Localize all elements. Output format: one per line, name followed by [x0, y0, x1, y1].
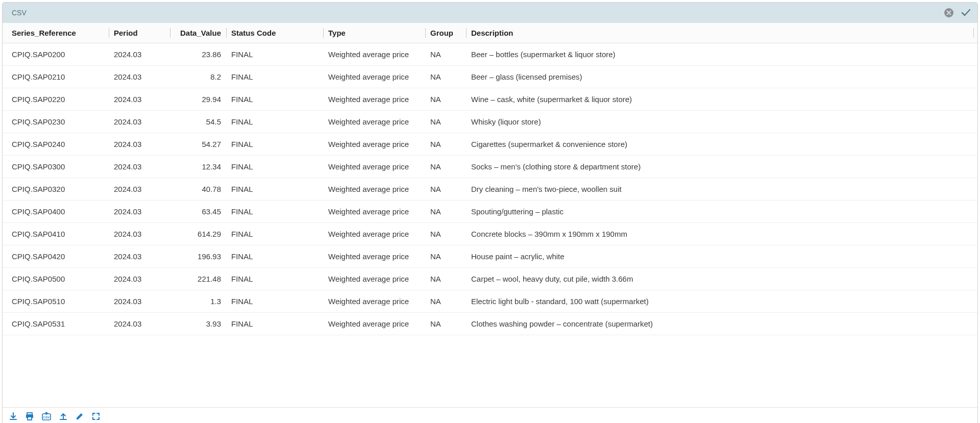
cell-description: Concrete blocks – 390mm x 190mm x 190mm — [466, 230, 973, 238]
svg-rect-1 — [27, 413, 32, 415]
close-icon[interactable] — [944, 8, 954, 18]
table-body[interactable]: CPIQ.SAP02002024.0323.86FINALWeighted av… — [3, 43, 977, 407]
cell-period: 2024.03 — [109, 297, 170, 306]
cell-type: Weighted average price — [323, 275, 425, 283]
cell-group: NA — [425, 207, 466, 216]
table-row[interactable]: CPIQ.SAP02202024.0329.94FINALWeighted av… — [3, 88, 977, 111]
table-row[interactable]: CPIQ.SAP04002024.0363.45FINALWeighted av… — [3, 201, 977, 223]
cell-status-code: FINAL — [226, 319, 323, 328]
svg-rect-3 — [28, 417, 32, 420]
cell-data-value: 1.3 — [170, 297, 226, 306]
cell-group: NA — [425, 72, 466, 81]
table-row[interactable]: CPIQ.SAP04202024.03196.93FINALWeighted a… — [3, 245, 977, 268]
cell-series-reference: CPIQ.SAP0400 — [7, 207, 109, 216]
col-header-series-reference[interactable]: Series_Reference — [7, 23, 109, 43]
titlebar: CSV — [3, 3, 977, 23]
table-row[interactable]: CPIQ.SAP02102024.038.2FINALWeighted aver… — [3, 66, 977, 88]
cell-data-value: 221.48 — [170, 275, 226, 283]
cell-data-value: 196.93 — [170, 252, 226, 261]
cell-series-reference: CPIQ.SAP0531 — [7, 319, 109, 328]
titlebar-actions — [944, 7, 971, 18]
cell-period: 2024.03 — [109, 230, 170, 238]
cell-data-value: 54.27 — [170, 140, 226, 148]
cell-description: House paint – acrylic, white — [466, 252, 973, 261]
bottom-toolbar: CSV — [3, 407, 977, 423]
table-row[interactable]: CPIQ.SAP03002024.0312.34FINALWeighted av… — [3, 156, 977, 178]
cell-type: Weighted average price — [323, 72, 425, 81]
cell-period: 2024.03 — [109, 162, 170, 171]
col-header-group[interactable]: Group — [425, 23, 466, 43]
col-header-data-value[interactable]: Data_Value — [170, 23, 226, 43]
col-header-period[interactable]: Period — [109, 23, 170, 43]
cell-group: NA — [425, 185, 466, 193]
table-row[interactable]: CPIQ.SAP02302024.0354.5FINALWeighted ave… — [3, 111, 977, 133]
cell-series-reference: CPIQ.SAP0410 — [7, 230, 109, 238]
cell-data-value: 40.78 — [170, 185, 226, 193]
cell-data-value: 8.2 — [170, 72, 226, 81]
cell-type: Weighted average price — [323, 297, 425, 306]
col-header-description[interactable]: Description — [466, 23, 973, 43]
cell-data-value: 23.86 — [170, 50, 226, 59]
cell-group: NA — [425, 117, 466, 126]
cell-series-reference: CPIQ.SAP0500 — [7, 275, 109, 283]
cell-type: Weighted average price — [323, 117, 425, 126]
col-header-status-code[interactable]: Status Code — [226, 23, 323, 43]
cell-status-code: FINAL — [226, 50, 323, 59]
cell-series-reference: CPIQ.SAP0210 — [7, 72, 109, 81]
table-row[interactable]: CPIQ.SAP05002024.03221.48FINALWeighted a… — [3, 268, 977, 290]
edit-icon[interactable] — [75, 412, 84, 421]
cell-series-reference: CPIQ.SAP0220 — [7, 95, 109, 104]
cell-type: Weighted average price — [323, 252, 425, 261]
cell-period: 2024.03 — [109, 275, 170, 283]
cell-description: Carpet – wool, heavy duty, cut pile, wid… — [466, 275, 973, 283]
cell-period: 2024.03 — [109, 319, 170, 328]
col-header-type[interactable]: Type — [323, 23, 425, 43]
cell-series-reference: CPIQ.SAP0420 — [7, 252, 109, 261]
cell-status-code: FINAL — [226, 252, 323, 261]
cell-type: Weighted average price — [323, 140, 425, 148]
cell-status-code: FINAL — [226, 185, 323, 193]
cell-status-code: FINAL — [226, 140, 323, 148]
table-row[interactable]: CPIQ.SAP04102024.03614.29FINALWeighted a… — [3, 223, 977, 245]
cell-data-value: 3.93 — [170, 319, 226, 328]
cell-type: Weighted average price — [323, 95, 425, 104]
fullscreen-icon[interactable] — [91, 412, 101, 421]
upload-icon[interactable] — [59, 412, 68, 421]
csv-panel: CSV Series_Reference Period Data_Value S… — [2, 2, 978, 423]
cell-series-reference: CPIQ.SAP0320 — [7, 185, 109, 193]
export-csv-icon[interactable]: CSV — [41, 412, 52, 421]
cell-status-code: FINAL — [226, 275, 323, 283]
table-row[interactable]: CPIQ.SAP05102024.031.3FINALWeighted aver… — [3, 290, 977, 313]
table-row[interactable]: CPIQ.SAP03202024.0340.78FINALWeighted av… — [3, 178, 977, 201]
cell-type: Weighted average price — [323, 207, 425, 216]
table-row[interactable]: CPIQ.SAP05312024.033.93FINALWeighted ave… — [3, 313, 977, 335]
cell-period: 2024.03 — [109, 72, 170, 81]
cell-description: Dry cleaning – men's two-piece, woollen … — [466, 185, 973, 193]
cell-description: Beer – glass (licensed premises) — [466, 72, 973, 81]
cell-series-reference: CPIQ.SAP0230 — [7, 117, 109, 126]
download-icon[interactable] — [9, 412, 18, 421]
cell-status-code: FINAL — [226, 95, 323, 104]
cell-description: Whisky (liquor store) — [466, 117, 973, 126]
cell-description: Cigarettes (supermarket & convenience st… — [466, 140, 973, 148]
svg-text:CSV: CSV — [43, 416, 50, 419]
cell-data-value: 54.5 — [170, 117, 226, 126]
cell-type: Weighted average price — [323, 162, 425, 171]
panel-title: CSV — [9, 9, 27, 17]
cell-group: NA — [425, 252, 466, 261]
cell-period: 2024.03 — [109, 252, 170, 261]
cell-data-value: 12.34 — [170, 162, 226, 171]
table-row[interactable]: CPIQ.SAP02002024.0323.86FINALWeighted av… — [3, 43, 977, 66]
cell-type: Weighted average price — [323, 50, 425, 59]
print-icon[interactable] — [25, 412, 34, 421]
cell-description: Wine – cask, white (supermarket & liquor… — [466, 95, 973, 104]
check-icon[interactable] — [960, 7, 971, 18]
cell-group: NA — [425, 230, 466, 238]
cell-group: NA — [425, 50, 466, 59]
cell-status-code: FINAL — [226, 117, 323, 126]
table-row[interactable]: CPIQ.SAP02402024.0354.27FINALWeighted av… — [3, 133, 977, 156]
cell-data-value: 63.45 — [170, 207, 226, 216]
cell-group: NA — [425, 275, 466, 283]
cell-group: NA — [425, 140, 466, 148]
cell-description: Electric light bulb - standard, 100 watt… — [466, 297, 973, 306]
